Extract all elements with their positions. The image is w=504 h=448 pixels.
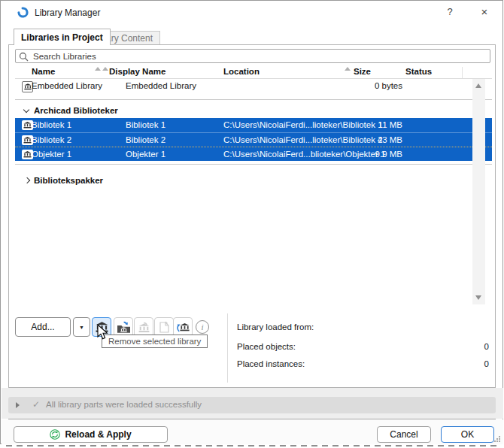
expander-icon[interactable] [16,402,20,408]
chevron-down-icon[interactable] [23,107,29,113]
reload-library-icon [176,321,190,334]
cell-display-name: Objekter 1 [126,150,165,159]
tab-libraries-in-project[interactable]: Libraries in Project [14,29,111,45]
reload-apply-label: Reload & Apply [65,429,131,440]
screen: Library Manager ? × Libraries in Project… [0,0,504,448]
table-row-bibliotek-2[interactable]: Bibliotek 2 Bibliotek 2 C:\Users\Nicolai… [15,132,492,147]
table-row-embedded-library[interactable]: Embedded Library Embedded Library 0 byte… [15,79,492,93]
check-icon: ✓ [32,399,40,410]
mouse-cursor-icon [96,324,109,341]
vertical-scrollbar[interactable] [472,79,485,304]
status-bar[interactable]: ✓ All library parts were loaded successf… [8,397,496,413]
group-label: Bibliotekspakker [34,176,103,185]
cancel-button[interactable]: Cancel [377,426,431,443]
search-icon [19,52,29,62]
libraries-panel: Name Display Name Location Size Status E… [8,44,496,388]
scroll-down-icon[interactable] [475,295,481,300]
search-box[interactable] [15,49,490,63]
reload-icon [50,429,60,440]
group-archicad-biblioteker[interactable]: Archicad Biblioteker [15,104,492,118]
table-row-bibliotek-1[interactable]: Bibliotek 1 Bibliotek 1 C:\Users\Nicolai… [15,118,492,132]
column-header-status[interactable]: Status [405,67,432,76]
cell-size: 0 bytes [325,81,402,90]
placed-objects-value: 0 [415,342,489,351]
status-message: All library parts were loaded successful… [46,400,202,409]
cell-name: Embedded Library [32,81,102,90]
cell-display-name: Bibliotek 2 [126,135,165,144]
placed-instances-label: Placed instances: [237,359,305,368]
cell-name: Bibliotek 1 [32,120,71,129]
column-separator [462,67,463,78]
sort-indicator-icon [95,67,108,71]
search-input[interactable] [32,50,483,62]
selected-library-rows: Bibliotek 1 Bibliotek 1 C:\Users\Nicolai… [15,118,492,161]
placed-instances-value: 0 [415,359,489,368]
sort-ascending-icon [345,67,351,71]
ok-button[interactable]: OK [441,426,494,443]
reload-apply-button[interactable]: Reload & Apply [14,426,168,443]
background-content-sliver [6,445,499,446]
help-button[interactable]: ? [437,1,463,22]
group-divider [15,164,492,165]
library-manager-dialog: Library Manager ? × Libraries in Project… [0,0,503,444]
library-disabled-icon [138,322,150,333]
resize-grip[interactable] [493,435,501,443]
cell-display-name: Embedded Library [126,81,196,90]
column-header-display-name[interactable]: Display Name [109,67,165,76]
status-strip: ✓ All library parts were loaded successf… [2,388,503,419]
placed-objects-label: Placed objects: [237,342,296,351]
column-header-name[interactable]: Name [32,67,55,76]
column-header-size[interactable]: Size [354,67,371,76]
table-header[interactable]: Name Display Name Location Size Status [15,65,492,79]
info-button[interactable]: i [196,320,209,334]
cell-size: 11 MB [325,120,402,129]
cell-name: Objekter 1 [32,150,71,159]
cell-display-name: Bibliotek 1 [126,120,165,129]
library-loaded-from-label: Library loaded from: [237,322,314,331]
group-bibliotekspakker[interactable]: Bibliotekspakker [15,174,492,188]
footer: Reload & Apply Cancel OK [2,419,503,444]
table-row-objekter-1[interactable]: Objekter 1 Objekter 1 C:\Users\NicolaiFe… [15,147,492,161]
dialog-title: Library Manager [35,8,100,18]
cell-size: 9.9 MB [325,150,402,159]
scroll-up-icon[interactable] [475,83,481,88]
title-bar[interactable]: Library Manager ? × [1,1,502,23]
chevron-right-icon[interactable] [24,177,30,183]
group-label: Archicad Biblioteker [34,106,118,115]
cell-size: 43 MB [325,135,402,144]
document-disabled-icon [159,321,170,334]
archicad-logo-icon [17,6,29,19]
column-header-location[interactable]: Location [223,67,260,76]
close-icon[interactable]: × [472,1,497,22]
panel-divider [227,313,228,383]
add-dropdown-button[interactable]: ▼ [73,317,90,337]
group-divider [15,99,492,100]
tooltip: Remove selected library [102,334,208,348]
embed-library-folder-icon [117,321,131,334]
add-library-button[interactable]: Add... [15,317,71,337]
cell-name: Bibliotek 2 [32,135,71,144]
